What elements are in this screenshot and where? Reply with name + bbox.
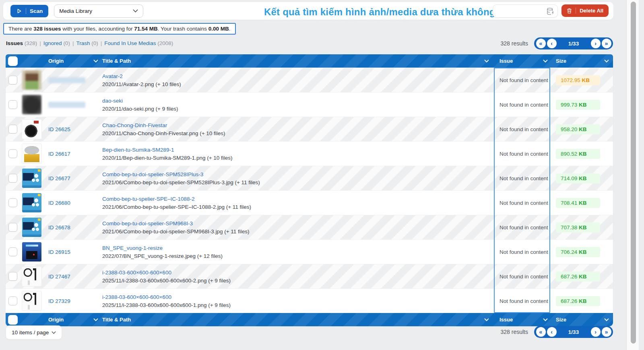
media-title-link[interactable]: Combo-bep-tu-doi-spelier-SPM968I-3 (102, 220, 493, 226)
tab-ignored[interactable]: Ignored (43, 40, 62, 46)
row-checkbox[interactable] (8, 247, 17, 256)
row-checkbox[interactable] (8, 272, 17, 281)
media-thumbnail[interactable] (22, 169, 41, 188)
size-badge: 958.20 KB (556, 124, 600, 134)
summary-segment: . Your trash contains (158, 26, 208, 32)
table-row: ID 26680Combo-bep-tu-spelier-SPE–IC-1088… (6, 190, 613, 215)
media-title-link[interactable]: BN_SPE_vuong-1-resize (102, 245, 493, 251)
media-thumbnail[interactable] (22, 291, 42, 311)
row-checkbox[interactable] (8, 149, 17, 158)
media-thumbnail[interactable] (22, 95, 41, 114)
column-size[interactable]: Size (552, 58, 613, 64)
column-origin[interactable]: Origin (43, 58, 102, 64)
media-title-link[interactable]: i-2388-03-600×600-600×600 (102, 294, 493, 300)
scrollbar[interactable] (626, 0, 639, 350)
media-title-link[interactable]: dao-seki (102, 98, 493, 104)
tab-trash[interactable]: Trash (76, 40, 90, 46)
row-checkbox[interactable] (8, 76, 17, 84)
issue-label: Not found in content (500, 274, 548, 280)
size-badge: 714.09 KB (556, 173, 600, 183)
origin-cell: ID 26915 (43, 248, 102, 255)
size-cell: 890.52 KB (552, 149, 613, 159)
column-size[interactable]: Size (552, 317, 613, 323)
row-checkbox[interactable] (8, 174, 17, 183)
media-thumbnail[interactable] (22, 70, 41, 90)
prev-page-button[interactable]: ‹ (547, 327, 557, 337)
row-checkbox[interactable] (8, 296, 17, 305)
row-checkbox[interactable] (8, 100, 17, 109)
column-title-path[interactable]: Title & Path (102, 317, 493, 323)
last-page-button[interactable]: » (602, 39, 611, 48)
issue-label: Not found in content (500, 126, 548, 132)
row-checkbox[interactable] (8, 125, 17, 134)
media-path: 2021/06/Combo-bep-tu-doi-spelier-SPM968I… (102, 229, 493, 235)
row-checkbox[interactable] (8, 198, 17, 207)
items-per-page-select[interactable]: 10 items / page (6, 325, 62, 340)
summary-segment: 328 issues (33, 26, 61, 32)
origin-id-link[interactable]: ID 26680 (48, 200, 70, 206)
pagination-top: 328 results « ‹ 1/33 › » (501, 37, 613, 50)
issue-cell: Not found in content (493, 175, 552, 182)
select-all-checkbox[interactable] (8, 315, 18, 325)
column-origin[interactable]: Origin (43, 317, 102, 323)
origin-id-link[interactable]: ID 26617 (48, 151, 70, 157)
title-path-cell: Combo-bep-tu-doi-spelier-SPM968I-32021/0… (102, 220, 493, 235)
media-thumbnail[interactable] (22, 193, 41, 212)
table-footer-header: Origin Title & Path Issue Size (6, 313, 613, 326)
column-issue-label: Issue (500, 317, 513, 323)
checkbox-cell (6, 296, 20, 305)
row-checkbox[interactable] (8, 223, 17, 232)
origin-id-link[interactable]: ID 27467 (48, 274, 70, 280)
checkbox-cell (6, 76, 20, 84)
media-title-link[interactable]: Avatar-2 (102, 73, 493, 79)
table-row: ID 27467i-2388-03-600×600-600×6002025/11… (6, 264, 613, 288)
origin-cell: ID 26678 (43, 224, 102, 231)
last-page-button[interactable]: » (602, 327, 611, 337)
media-thumbnail[interactable] (22, 266, 42, 286)
summary-segment: . (229, 26, 231, 32)
column-issue[interactable]: Issue (493, 317, 552, 323)
chevron-down-icon (93, 60, 98, 63)
first-page-button[interactable]: « (536, 327, 546, 337)
play-icon (16, 8, 22, 14)
repair-database-button[interactable] (493, 4, 558, 18)
media-path: 2021/06/Combo-bep-tu-spelier-SPE–IC-1088… (102, 204, 493, 210)
media-thumbnail[interactable] (22, 144, 42, 164)
origin-id-link[interactable]: ID 26677 (48, 175, 70, 181)
media-title-link[interactable]: Combo-bep-tu-doi-spelier-SPM528IPlus-3 (102, 171, 493, 177)
media-thumbnail[interactable] (22, 242, 41, 261)
media-title-link[interactable]: Bep-dien-tu-Sumika-SM289-1 (102, 147, 493, 153)
scan-button[interactable]: Scan (10, 5, 48, 17)
origin-cell (43, 77, 102, 83)
media-title-link[interactable]: Combo-bep-tu-spelier-SPE–IC-1088-2 (102, 196, 493, 202)
scrollbar-thumb[interactable] (631, 2, 636, 344)
first-page-button[interactable]: « (536, 39, 546, 48)
tab-issues[interactable]: Issues (6, 40, 23, 46)
size-badge: 890.52 KB (556, 149, 600, 159)
origin-id-link[interactable]: ID 26915 (48, 249, 70, 255)
pagination-control: « ‹ 1/33 › » (534, 37, 613, 49)
tab-found-in-use-medias[interactable]: Found In Use Medias (104, 40, 156, 46)
issue-label: Not found in content (500, 200, 548, 206)
table-row: ID 26625Chao-Chong-Dinh-Fivestar2020/11/… (6, 117, 613, 141)
origin-id-link[interactable]: ID 26625 (48, 126, 70, 132)
next-page-button[interactable]: › (591, 39, 601, 48)
select-all-checkbox[interactable] (8, 56, 18, 66)
table-row: dao-seki2020/11/dao-seki.png (+ 9 files)… (6, 92, 613, 117)
delete-all-button[interactable]: Delete All (561, 4, 609, 17)
prev-page-button[interactable]: ‹ (547, 39, 557, 48)
next-page-button[interactable]: › (591, 327, 601, 337)
origin-id-link[interactable]: ID 27329 (48, 298, 70, 304)
media-title-link[interactable]: Chao-Chong-Dinh-Fivestar (102, 122, 493, 128)
media-thumbnail[interactable] (22, 119, 42, 139)
summary-segment: with your files, accounting for (61, 26, 134, 32)
origin-id-link[interactable]: ID 26678 (48, 224, 70, 231)
column-issue[interactable]: Issue (493, 58, 552, 64)
title-path-cell: Combo-bep-tu-spelier-SPE–IC-1088-22021/0… (102, 196, 493, 210)
column-size-label: Size (556, 58, 566, 64)
media-thumbnail[interactable] (22, 218, 41, 237)
origin-cell: ID 26680 (43, 199, 102, 206)
media-title-link[interactable]: i-2388-03-600×600-600×600 (102, 270, 493, 276)
column-title-path[interactable]: Title & Path (102, 58, 493, 64)
scan-target-select[interactable]: Media Library (54, 4, 143, 18)
